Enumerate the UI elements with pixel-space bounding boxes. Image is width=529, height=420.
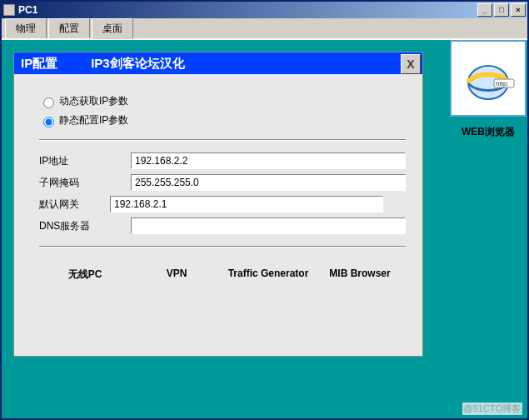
- panel-close-button[interactable]: X: [401, 54, 421, 74]
- radio-dhcp-input[interactable]: [43, 98, 54, 108]
- window-title: PC1: [18, 4, 37, 16]
- app-mib-browser[interactable]: MIB Browser: [314, 268, 406, 282]
- input-mask[interactable]: [131, 174, 406, 191]
- panel-titlebar[interactable]: IP配置 IP3剑客论坛汉化: [14, 52, 422, 74]
- label-dns: DNS服务器: [39, 219, 131, 233]
- row-mask: 子网掩码: [39, 174, 406, 191]
- input-dns[interactable]: [131, 218, 406, 234]
- tab-config[interactable]: 配置: [48, 18, 90, 38]
- desktop-area: IP配置 IP3剑客论坛汉化 X 动态获取IP参数 静态配置IP参数 IP地址: [2, 40, 527, 418]
- label-ip: IP地址: [39, 154, 131, 168]
- separator: [39, 139, 406, 141]
- tab-desktop[interactable]: 桌面: [92, 18, 133, 39]
- app-wireless-pc[interactable]: 无线PC: [39, 268, 131, 282]
- tab-bar: 物理 配置 桌面: [2, 18, 527, 39]
- app-icon: [3, 4, 15, 16]
- row-ip: IP地址: [39, 152, 406, 169]
- panel-body: 动态获取IP参数 静态配置IP参数 IP地址 子网掩码 默认网关: [14, 74, 422, 290]
- maximize-button[interactable]: □: [494, 3, 509, 17]
- radio-static-input[interactable]: [43, 117, 54, 128]
- web-browser-shortcut[interactable]: http: WEB浏览器: [449, 40, 527, 139]
- input-gateway[interactable]: [110, 196, 383, 212]
- web-browser-label: WEB浏览器: [449, 125, 527, 139]
- bottom-apps: 无线PC VPN Traffic Generator MIB Browser: [39, 268, 406, 282]
- web-browser-icon-box: http:: [450, 40, 527, 117]
- row-gateway: 默认网关: [39, 196, 406, 212]
- titlebar[interactable]: PC1 _ □ ×: [2, 2, 527, 18]
- panel-title-right: IP3剑客论坛汉化: [91, 56, 185, 72]
- app-traffic-generator[interactable]: Traffic Generator: [222, 268, 314, 282]
- panel-title-left: IP配置: [21, 56, 57, 72]
- tab-physical[interactable]: 物理: [5, 18, 47, 38]
- row-dns: DNS服务器: [39, 218, 406, 234]
- close-button[interactable]: ×: [511, 3, 526, 17]
- watermark: @51CTO博客: [462, 402, 522, 415]
- http-badge: http:: [496, 80, 509, 88]
- globe-icon: http:: [459, 49, 517, 108]
- label-mask: 子网掩码: [39, 176, 131, 190]
- radio-static[interactable]: 静态配置IP参数: [39, 113, 406, 128]
- minimize-button[interactable]: _: [477, 3, 492, 17]
- separator-2: [39, 246, 406, 248]
- ip-config-panel: IP配置 IP3剑客论坛汉化 X 动态获取IP参数 静态配置IP参数 IP地址: [13, 52, 423, 357]
- app-window: PC1 _ □ × 物理 配置 桌面 IP配置 IP3剑客论坛汉化 X 动态获取…: [0, 0, 529, 420]
- input-ip[interactable]: [131, 152, 406, 169]
- radio-dhcp[interactable]: 动态获取IP参数: [39, 94, 406, 108]
- radio-static-label: 静态配置IP参数: [59, 113, 128, 128]
- app-vpn[interactable]: VPN: [131, 268, 222, 282]
- radio-dhcp-label: 动态获取IP参数: [59, 94, 128, 108]
